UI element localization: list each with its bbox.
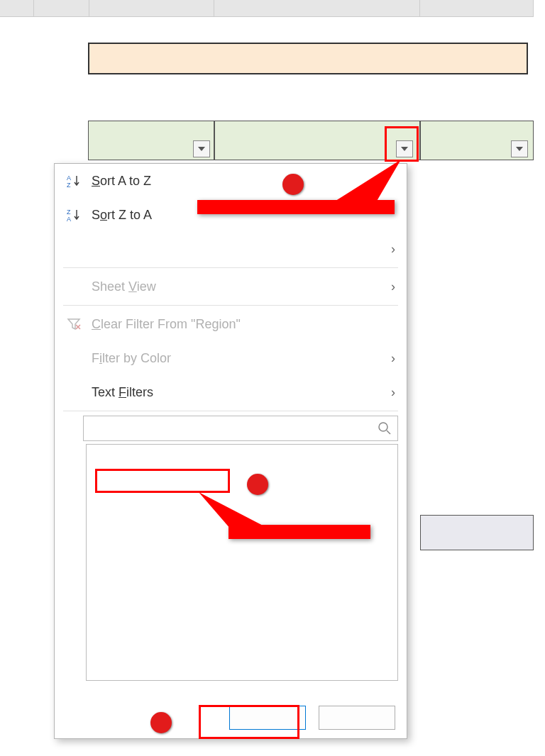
chevron-right-icon: › bbox=[391, 279, 395, 294]
col-header-B[interactable] bbox=[89, 0, 214, 17]
svg-text:A: A bbox=[67, 216, 71, 222]
svg-text:Z: Z bbox=[67, 182, 71, 188]
filter-button-customer[interactable] bbox=[193, 140, 210, 157]
cancel-button[interactable] bbox=[319, 706, 395, 730]
page-title bbox=[88, 43, 528, 74]
result-cell[interactable] bbox=[420, 515, 534, 550]
sort-by-color[interactable]: › bbox=[55, 232, 407, 266]
column-headers-row bbox=[0, 0, 545, 17]
sort-a-to-z[interactable]: AZ Sort A to Z bbox=[55, 164, 407, 198]
svg-text:A: A bbox=[67, 174, 71, 182]
divider bbox=[63, 411, 398, 411]
divider bbox=[63, 267, 398, 268]
text-filters-label: Text Filters bbox=[92, 385, 382, 400]
filter-button-sales[interactable] bbox=[511, 140, 528, 157]
text-filters[interactable]: Text Filters › bbox=[55, 375, 407, 409]
filter-button-region[interactable] bbox=[396, 140, 413, 157]
col-header-C[interactable] bbox=[214, 0, 420, 17]
sort-az-label: Sort A to Z bbox=[92, 174, 395, 189]
chevron-right-icon: › bbox=[391, 351, 395, 366]
filter-by-color-label: Filter by Color bbox=[92, 351, 382, 366]
divider bbox=[63, 305, 398, 306]
filter-by-color: Filter by Color › bbox=[55, 341, 407, 375]
filter-value-list[interactable] bbox=[86, 444, 398, 681]
search-icon bbox=[378, 421, 392, 435]
chevron-right-icon: › bbox=[391, 242, 395, 257]
dialog-buttons bbox=[229, 706, 395, 730]
svg-text:Z: Z bbox=[67, 209, 71, 216]
clear-filter: Clear Filter From "Region" bbox=[55, 307, 407, 341]
chevron-right-icon: › bbox=[391, 385, 395, 400]
header-region bbox=[214, 121, 420, 160]
filter-search-input[interactable] bbox=[89, 421, 378, 435]
ok-button[interactable] bbox=[229, 706, 306, 730]
select-all-corner[interactable] bbox=[0, 0, 34, 17]
col-header-A[interactable] bbox=[34, 0, 89, 17]
clear-filter-label: Clear Filter From "Region" bbox=[92, 317, 395, 332]
sheet-view-label: Sheet View bbox=[92, 279, 382, 294]
sort-za-label: Sort Z to A bbox=[92, 208, 395, 223]
spreadsheet-area bbox=[0, 0, 545, 17]
sheet-view: Sheet View › bbox=[55, 269, 407, 304]
filter-search[interactable] bbox=[83, 416, 398, 441]
clear-filter-icon bbox=[65, 318, 83, 330]
sort-za-icon: ZA bbox=[65, 208, 83, 222]
filter-dropdown-menu: AZ Sort A to Z ZA Sort Z to A › Sheet Vi… bbox=[54, 163, 407, 739]
sort-az-icon: AZ bbox=[65, 174, 83, 188]
svg-point-4 bbox=[379, 423, 387, 431]
col-header-D[interactable] bbox=[420, 0, 534, 17]
sort-z-to-a[interactable]: ZA Sort Z to A bbox=[55, 198, 407, 232]
